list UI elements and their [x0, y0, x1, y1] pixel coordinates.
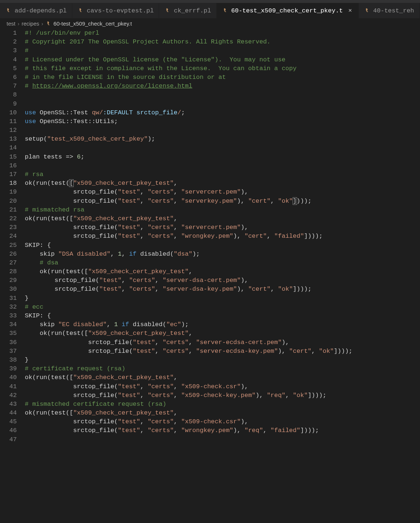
code-line[interactable]: srctop_file("test", "certs", "serverkey.…: [25, 197, 420, 206]
code-token: ),: [241, 224, 248, 231]
code-line[interactable]: plan tests => 6;: [25, 153, 420, 161]
code-line[interactable]: [25, 435, 420, 444]
breadcrumb[interactable]: test › recipes › 60-test_x509_check_cert…: [0, 18, 420, 29]
code-token: "ec": [166, 321, 181, 328]
code-token: "test": [118, 427, 140, 434]
code-line[interactable]: skip "DSA disabled", 1, if disabled("dsa…: [25, 250, 420, 259]
code-editor[interactable]: 1234567891011121314151617181920212223242…: [0, 29, 420, 444]
code-line[interactable]: [25, 161, 420, 170]
line-number: 46: [0, 426, 17, 435]
code-line[interactable]: setup("test_x509_check_cert_pkey");: [25, 135, 420, 144]
chevron-right-icon: ›: [42, 20, 43, 27]
code-line[interactable]: ok(run(test(["x509_check_cert_pkey_test"…: [25, 214, 420, 223]
code-token: # mismatched certificate request (rsa): [25, 401, 166, 408]
code-token: ,: [140, 233, 147, 240]
editor-tab[interactable]: 60-test_x509_check_cert_pkey.t×: [217, 3, 359, 18]
breadcrumb-part[interactable]: recipes: [22, 20, 39, 27]
editor-tab[interactable]: add-depends.pl: [0, 3, 72, 18]
code-token: srctop_file(: [25, 224, 118, 231]
code-line[interactable]: # this file except in compliance with th…: [25, 64, 420, 73]
code-token: "servercert.pem": [181, 224, 241, 231]
code-token: ,: [122, 277, 129, 284]
code-token: "certs": [148, 392, 174, 399]
line-number: 30: [0, 285, 17, 294]
code-token: srctop_file(: [25, 418, 118, 425]
code-token: ,: [189, 268, 192, 275]
code-token: ,: [174, 224, 181, 231]
code-token: ),: [233, 427, 244, 434]
code-line[interactable]: srctop_file("test", "certs", "server-dsa…: [25, 276, 420, 285]
line-number: 31: [0, 294, 17, 303]
code-line[interactable]: use OpenSSL::Test qw/:DEFAULT srctop_fil…: [25, 108, 420, 117]
code-line[interactable]: ok(run(test(["x509_check_cert_pkey_test"…: [25, 373, 420, 382]
code-token: use: [25, 109, 36, 116]
code-line[interactable]: # ecc: [25, 303, 420, 312]
code-line[interactable]: [25, 126, 420, 135]
code-line[interactable]: #: [25, 46, 420, 55]
code-line[interactable]: SKIP: {: [25, 241, 420, 250]
code-line[interactable]: [25, 100, 420, 108]
code-token: ,: [189, 339, 196, 346]
code-line[interactable]: # mismatched rsa: [25, 206, 420, 214]
code-line[interactable]: srctop_file("test", "certs", "server-ecd…: [25, 347, 420, 356]
code-line[interactable]: srctop_file("test", "certs", "servercert…: [25, 188, 420, 196]
line-number: 14: [0, 144, 17, 152]
code-line[interactable]: # dsa: [25, 259, 420, 267]
code-token: "certs": [162, 339, 188, 346]
code-line[interactable]: use OpenSSL::Test::Utils;: [25, 117, 420, 126]
code-token: ,: [270, 198, 278, 205]
code-line[interactable]: srctop_file("test", "certs", "wrongkey.p…: [25, 232, 420, 241]
code-token: srctop_file(: [25, 233, 118, 240]
breadcrumb-file[interactable]: 60-test_x509_check_cert_pkey.t: [46, 20, 132, 27]
code-line[interactable]: # Licensed under the OpenSSL license (th…: [25, 56, 420, 64]
editor-tab[interactable]: cavs-to-evptest.pl: [72, 3, 159, 18]
editor-tab[interactable]: ck_errf.pl: [159, 3, 216, 18]
code-line[interactable]: ok(run(test(["x509_check_cert_pkey_test"…: [25, 409, 420, 417]
code-token: ,: [174, 418, 181, 425]
code-token: ,: [174, 198, 181, 205]
code-token: [25, 259, 40, 266]
line-number: 40: [0, 373, 17, 382]
code-line[interactable]: }: [25, 294, 420, 303]
editor-tab[interactable]: 40-test_reh: [359, 3, 420, 18]
code-line[interactable]: srctop_file("test", "certs", "server-dsa…: [25, 285, 420, 294]
code-content[interactable]: #! /usr/bin/env perl# Copyright 2017 The…: [25, 29, 420, 444]
close-icon[interactable]: ×: [347, 8, 353, 14]
code-token: ,: [155, 277, 162, 284]
code-line[interactable]: # https://www.openssl.org/source/license…: [25, 82, 420, 91]
code-line[interactable]: # certificate request (rsa): [25, 364, 420, 373]
line-number: 33: [0, 312, 17, 320]
code-line[interactable]: #! /usr/bin/env perl: [25, 29, 420, 38]
code-line[interactable]: [25, 91, 420, 99]
code-line[interactable]: SKIP: {: [25, 312, 420, 320]
code-token: ,: [174, 409, 177, 416]
code-line[interactable]: }: [25, 356, 420, 364]
code-line[interactable]: srctop_file("test", "certs", "x509-check…: [25, 417, 420, 426]
code-line[interactable]: # in the file LICENSE in the source dist…: [25, 73, 420, 82]
code-line[interactable]: srctop_file("test", "certs", "x509-check…: [25, 391, 420, 400]
code-token: ,: [285, 392, 293, 399]
code-token: 1: [114, 321, 118, 328]
code-line[interactable]: srctop_file("test", "certs", "wrongkey.p…: [25, 426, 420, 435]
code-token: ,: [189, 330, 192, 337]
breadcrumb-file-label: 60-test_x509_check_cert_pkey.t: [54, 20, 132, 27]
breadcrumb-part[interactable]: test: [7, 20, 15, 27]
code-line[interactable]: # Copyright 2017 The OpenSSL Project Aut…: [25, 38, 420, 46]
code-line[interactable]: srctop_file("test", "certs", "x509-check…: [25, 382, 420, 391]
line-number: 20: [0, 197, 17, 206]
code-line[interactable]: # mismatched certificate request (rsa): [25, 400, 420, 409]
code-line[interactable]: ok(run(test(["x509_check_cert_pkey_test"…: [25, 329, 420, 338]
code-line[interactable]: srctop_file("test", "certs", "servercert…: [25, 223, 420, 232]
code-line[interactable]: [25, 144, 420, 152]
line-number: 27: [0, 259, 17, 267]
code-line[interactable]: ok(run(test(["x509_check_cert_pkey_test"…: [25, 267, 420, 276]
code-token: ;: [181, 109, 185, 116]
line-number: 43: [0, 400, 17, 409]
code-line[interactable]: skip "EC disabled", 1 if disabled("ec");: [25, 320, 420, 329]
code-line[interactable]: # rsa: [25, 170, 420, 179]
code-token: ,: [174, 427, 181, 434]
code-line[interactable]: srctop_file("test", "certs", "server-ecd…: [25, 338, 420, 347]
code-token: "test": [118, 188, 140, 195]
code-token: ])));: [308, 392, 326, 399]
code-line[interactable]: ok(run(test(["x509_check_cert_pkey_test"…: [25, 179, 420, 188]
